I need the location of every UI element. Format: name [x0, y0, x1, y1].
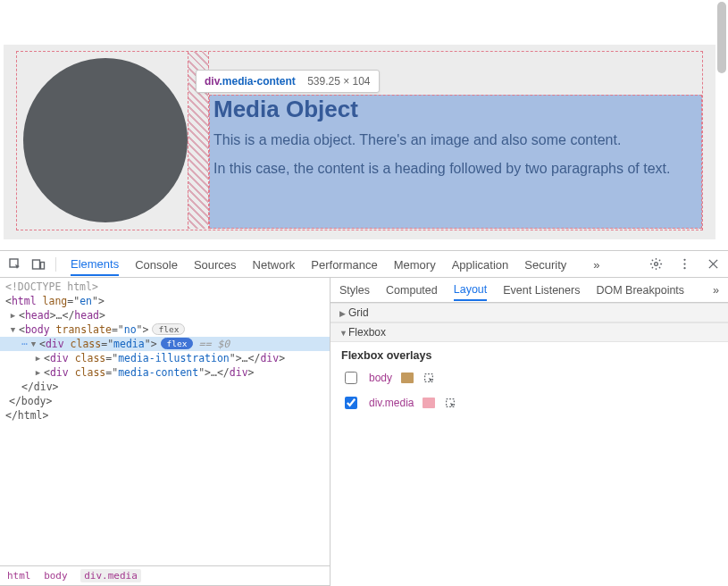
media-heading: Media Object	[213, 96, 698, 123]
tooltip-dimensions: 539.25 × 104	[307, 75, 370, 88]
inspect-tooltip: div.media-content 539.25 × 104	[196, 70, 380, 93]
flexbox-section: Flexbox overlays body div.media	[331, 342, 728, 423]
dom-tree[interactable]: <!DOCTYPE html> <html lang="en"> ▶<head>…	[0, 278, 330, 565]
dom-head[interactable]: ▶<head>…</head>	[0, 308, 330, 322]
svg-rect-2	[41, 262, 45, 269]
devtools-tabs: Elements Console Sources Network Perform…	[71, 252, 599, 276]
media-content-highlight: Media Object This is a media object. The…	[209, 95, 702, 229]
settings-gear-icon[interactable]	[646, 255, 665, 274]
layout-sidebar: Styles Computed Layout Event Listeners D…	[331, 278, 728, 586]
tooltip-tag: div	[205, 75, 219, 88]
crumb-body[interactable]: body	[44, 570, 68, 582]
toolbar-separator	[55, 257, 56, 272]
overlay-body-label[interactable]: body	[369, 372, 392, 384]
tab-elements[interactable]: Elements	[71, 252, 119, 276]
page-scrollbar[interactable]	[717, 2, 726, 73]
crumb-html[interactable]: html	[7, 570, 31, 582]
dom-div-media-close[interactable]: </div>	[0, 380, 330, 394]
elements-tree: <!DOCTYPE html> <html lang="en"> ▶<head>…	[0, 278, 331, 586]
media-illustration-circle	[23, 58, 188, 222]
stab-dom-breakpoints[interactable]: DOM Breakpoints	[596, 280, 684, 301]
selected-marker: == $0	[198, 338, 230, 350]
overlay-media-highlight-icon[interactable]	[444, 397, 456, 409]
svg-point-3	[654, 263, 657, 266]
tooltip-class: .media-content	[219, 75, 295, 88]
tabs-overflow[interactable]: »	[593, 253, 599, 276]
tab-security[interactable]: Security	[524, 253, 566, 276]
flex-overlay-row-media: div.media	[341, 394, 717, 412]
devtools-panels: <!DOCTYPE html> <html lang="en"> ▶<head>…	[0, 278, 728, 586]
tab-console[interactable]: Console	[135, 253, 178, 276]
devtools: Elements Console Sources Network Perform…	[0, 250, 728, 586]
flex-overlay-row-body: body	[341, 369, 717, 387]
dom-div-illustration[interactable]: ▶<div class="media-illustration">…</div>	[0, 351, 330, 365]
dom-div-media[interactable]: ⋯▼<div class="media">flex== $0	[0, 337, 330, 351]
section-flexbox-head[interactable]: ▼Flexbox	[331, 322, 728, 342]
dom-html-open[interactable]: <html lang="en">	[0, 294, 330, 308]
dom-body-open[interactable]: ▼<body translate="no">flex	[0, 322, 330, 337]
overlay-body-highlight-icon[interactable]	[423, 372, 435, 384]
section-grid-head[interactable]: ▶Grid	[331, 303, 728, 322]
dom-body-close[interactable]: </body>	[0, 394, 330, 408]
overlay-body-swatch[interactable]	[401, 373, 414, 383]
crumb-div-media[interactable]: div.media	[80, 569, 141, 582]
dom-doctype[interactable]: <!DOCTYPE html>	[0, 280, 330, 294]
stab-event-listeners[interactable]: Event Listeners	[503, 280, 580, 301]
device-toggle-icon[interactable]	[29, 255, 48, 274]
close-devtools-icon[interactable]	[703, 255, 723, 274]
tab-application[interactable]: Application	[452, 253, 509, 276]
media-paragraph-2: In this case, the content is a heading f…	[213, 161, 698, 177]
overlay-media-label[interactable]: div.media	[369, 397, 414, 409]
more-menu-icon[interactable]	[674, 255, 694, 274]
flex-badge-selected[interactable]: flex	[161, 338, 194, 349]
tab-network[interactable]: Network	[253, 253, 296, 276]
tab-memory[interactable]: Memory	[394, 253, 436, 276]
elements-breadcrumb[interactable]: html body div.media	[0, 565, 330, 586]
dom-div-content[interactable]: ▶<div class="media-content">…</div>	[0, 365, 330, 380]
overlay-media-swatch[interactable]	[423, 398, 435, 408]
rendered-page: Media Object This is a media object. The…	[0, 0, 728, 250]
flexbox-label: Flexbox	[348, 326, 386, 339]
flexbox-overlays-title: Flexbox overlays	[341, 349, 717, 362]
inspect-element-icon[interactable]	[5, 255, 25, 274]
stab-computed[interactable]: Computed	[386, 280, 438, 301]
overlay-body-checkbox[interactable]	[345, 372, 357, 384]
svg-rect-1	[33, 260, 40, 269]
flex-badge[interactable]: flex	[152, 323, 185, 335]
svg-point-6	[683, 267, 685, 269]
tab-sources[interactable]: Sources	[194, 253, 237, 276]
stabs-overflow[interactable]: »	[713, 280, 719, 301]
tab-performance[interactable]: Performance	[311, 253, 377, 276]
svg-point-4	[683, 259, 685, 261]
flex-container-preview: Media Object This is a media object. The…	[4, 45, 715, 239]
stab-styles[interactable]: Styles	[339, 280, 370, 301]
grid-label: Grid	[348, 306, 369, 319]
media-paragraph-1: This is a media object. There's an image…	[213, 132, 698, 148]
overlay-media-checkbox[interactable]	[345, 397, 357, 409]
devtools-toolbar: Elements Console Sources Network Perform…	[0, 251, 728, 278]
sidebar-tabs: Styles Computed Layout Event Listeners D…	[331, 278, 728, 303]
svg-point-5	[683, 263, 685, 264]
stab-layout[interactable]: Layout	[454, 279, 488, 301]
dom-html-close[interactable]: </html>	[0, 408, 330, 423]
